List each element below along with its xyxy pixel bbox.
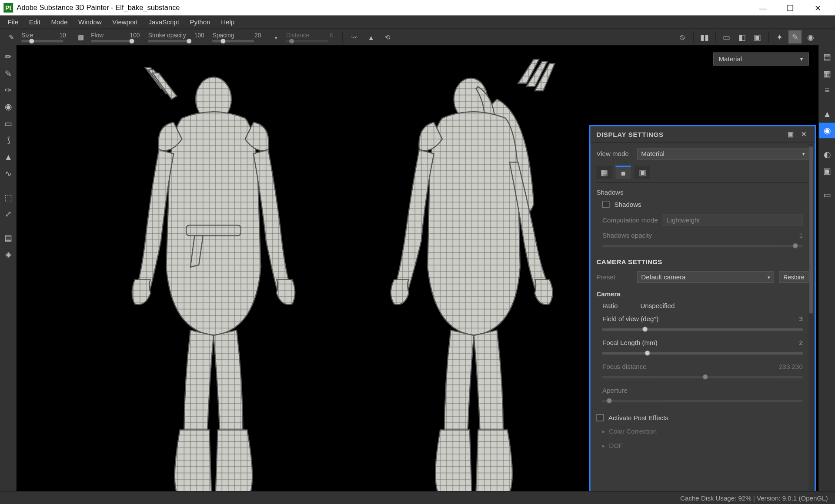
param-stroke-opacity[interactable]: Stroke opacity100 [148, 32, 204, 42]
param-size[interactable]: Size10 [21, 32, 66, 42]
menu-window[interactable]: Window [73, 16, 107, 29]
menu-viewport[interactable]: Viewport [107, 16, 143, 29]
left-toolbar: ✏ ✎ ✑ ◉ ▭ ⟆ ▲ ∿ ⬚ ⤢ ▤ ◈ [0, 45, 17, 491]
window-title: Adobe Substance 3D Painter - Elf_bake_su… [17, 3, 749, 12]
hide-icon[interactable]: ⦸ [676, 30, 689, 43]
color-correction-expand[interactable]: ▸Color Correction [596, 426, 808, 437]
cache-label: Cache Disk Usage: [680, 494, 736, 501]
resources-tool-icon[interactable]: ◈ [0, 247, 17, 262]
shadows-label: Shadows [615, 201, 641, 208]
render-icon[interactable]: ✦ [773, 30, 786, 43]
flow-icon[interactable]: ▦ [74, 31, 87, 43]
brush-picker-icon[interactable]: ✎ [5, 31, 18, 43]
ratio-value: Unspecified [640, 302, 675, 309]
projection-tool-icon[interactable]: ✑ [0, 82, 17, 98]
history-panel-icon[interactable]: ▣ [819, 163, 835, 179]
panel-header[interactable]: DISPLAY SETTINGS ▣ ✕ [591, 126, 815, 143]
texture-set-list-icon[interactable]: ▤ [819, 49, 835, 64]
menu-javascript[interactable]: JavaScript [143, 16, 184, 29]
menu-help[interactable]: Help [216, 16, 240, 29]
tab-camera-icon[interactable]: ■ [615, 166, 631, 179]
texture-settings-icon[interactable]: ▲ [819, 106, 835, 122]
material-picker-tool-icon[interactable]: ▲ [0, 149, 17, 165]
log-panel-icon[interactable]: ▭ [819, 187, 835, 203]
camera-group-label: Camera [596, 290, 808, 297]
preset-dropdown[interactable]: Default camera▾ [637, 271, 774, 283]
param-flow[interactable]: Flow100 [91, 32, 140, 42]
aperture-label: Aperture [602, 387, 628, 394]
post-effects-checkbox[interactable] [596, 414, 603, 421]
layers-panel-icon[interactable]: ≡ [819, 82, 835, 98]
status-bar: Cache Disk Usage: 92% | Version: 9.0.1 (… [0, 491, 835, 504]
display-settings-icon[interactable]: ◉ [819, 123, 835, 139]
tab-environment-icon[interactable]: ▦ [596, 166, 612, 179]
shadows-opacity-label: Shadows opacity [602, 232, 652, 239]
fov-label: Field of view (deg°) [602, 315, 658, 322]
clone-tool-icon[interactable]: ⟆ [0, 132, 17, 148]
shadows-opacity-slider [602, 245, 803, 247]
camera-view-icon[interactable]: ▣ [751, 30, 764, 43]
geometry-tool-icon[interactable]: ⬚ [0, 189, 17, 205]
title-bar: Pt Adobe Substance 3D Painter - Elf_bake… [0, 0, 835, 16]
distance-icon[interactable]: • [269, 31, 282, 43]
path-tool-icon[interactable]: ∿ [0, 166, 17, 181]
focus-slider [602, 376, 803, 378]
polygon-fill-tool-icon[interactable]: ◉ [0, 99, 17, 115]
eraser-tool-icon[interactable]: ✎ [0, 66, 17, 81]
cache-value: 92% [738, 494, 751, 501]
maximize-button[interactable]: ❐ [777, 0, 804, 16]
post-effects-label: Activate Post Effects [608, 414, 668, 421]
viewport-toolbar: ⦸ ▮▮ ▭ ◧ ▣ ✦ ✎ ◉ [676, 29, 817, 45]
close-button[interactable]: ✕ [804, 0, 832, 16]
restore-button[interactable]: Restore [779, 271, 809, 283]
menu-mode[interactable]: Mode [46, 16, 73, 29]
shader-settings-icon[interactable]: ◐ [819, 146, 835, 162]
menu-python[interactable]: Python [184, 16, 216, 29]
panel-dock-icon[interactable]: ▣ [786, 129, 796, 139]
menu-file[interactable]: File [2, 16, 23, 29]
mesh-back-view [363, 57, 589, 491]
symmetry-icon[interactable]: ▲ [364, 31, 377, 43]
preset-label: Preset [596, 273, 632, 280]
paint-tool-icon[interactable]: ✏ [0, 49, 17, 64]
panel-close-icon[interactable]: ✕ [799, 129, 809, 139]
computation-mode-dropdown: Lightweight [663, 214, 803, 225]
tab-viewport-icon[interactable]: ▣ [635, 166, 650, 179]
app-icon: Pt [3, 3, 13, 13]
shadows-section: Shadows [596, 189, 808, 196]
focal-label: Focal Length (mm) [602, 339, 658, 346]
perspective-icon[interactable]: ▭ [720, 30, 733, 43]
pause-icon[interactable]: ▮▮ [698, 30, 711, 43]
viewport-shader-dropdown[interactable]: Material▾ [713, 53, 808, 66]
ratio-label: Ratio [602, 302, 618, 309]
transform-tool-icon[interactable]: ⤢ [0, 206, 17, 222]
lazy-mouse-icon[interactable]: 〰 [348, 31, 361, 43]
focus-label: Focus distance [602, 363, 646, 370]
shadows-checkbox[interactable] [602, 201, 609, 208]
param-distance: Distance8 [286, 32, 333, 42]
dof-expand[interactable]: ▸DOF [596, 440, 808, 451]
svg-rect-2 [186, 225, 241, 235]
properties-panel-icon[interactable]: ▦ [819, 66, 835, 81]
baking-tool-icon[interactable]: ▤ [0, 230, 17, 245]
smudge-tool-icon[interactable]: ▭ [0, 116, 17, 131]
view-mode-dropdown[interactable]: Material▾ [637, 148, 809, 159]
camera-icon[interactable]: ◉ [804, 30, 817, 43]
mesh-front-view [106, 57, 321, 491]
camera-settings-section: CAMERA SETTINGS [596, 258, 808, 265]
edit-icon[interactable]: ✎ [788, 30, 802, 43]
menu-edit[interactable]: Edit [23, 16, 46, 29]
right-toolbar: ▤ ▦ ≡ ▲ ◉ ◐ ▣ ▭ [818, 45, 835, 491]
view-mode-label: View mode [596, 150, 632, 157]
panel-scrollbar[interactable] [809, 144, 814, 504]
aperture-slider [602, 400, 803, 402]
cube-icon[interactable]: ◧ [735, 30, 748, 43]
link-icon[interactable]: ⟲ [381, 31, 394, 43]
display-settings-panel: DISPLAY SETTINGS ▣ ✕ View mode Material▾… [589, 125, 816, 504]
computation-mode-label: Computation mode [602, 216, 658, 223]
param-spacing[interactable]: Spacing20 [213, 32, 261, 42]
minimize-button[interactable]: — [749, 0, 776, 16]
menu-bar: File Edit Mode Window Viewport JavaScrip… [0, 16, 835, 29]
fov-slider[interactable] [602, 328, 803, 331]
focal-slider[interactable] [602, 352, 803, 354]
